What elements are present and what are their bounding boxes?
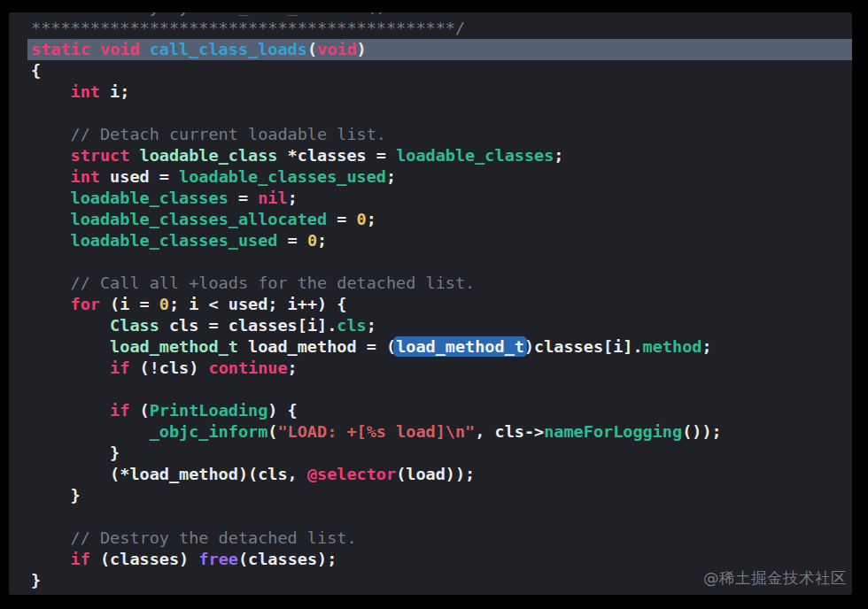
code-token: cls [337, 316, 366, 335]
code-token: free [198, 550, 238, 568]
code-token: (*load_method)(cls, [31, 465, 307, 483]
code-token: nameForLogging [544, 422, 682, 441]
code-token: 0 [357, 210, 367, 228]
code-token: if [110, 358, 129, 377]
code-token: (i = [100, 295, 159, 313]
code-token: ; [386, 167, 396, 186]
code-token: load_method = ( [238, 337, 396, 356]
code-token: used = [100, 167, 179, 186]
code-token [31, 550, 71, 568]
code-token: @selector [307, 465, 396, 483]
code-line: if (classes) free(classes); [31, 549, 852, 570]
code-token: } [31, 443, 120, 462]
code-line: for (i = 0; i < used; i++) { [31, 294, 852, 315]
code-token: PrintLoading [150, 401, 268, 420]
code-line: loadable_classes_allocated = 0; [31, 209, 852, 230]
code-token: ) [357, 40, 367, 58]
code-token: ; i < used; i++) { [169, 295, 346, 313]
code-token: } [31, 486, 81, 505]
code-token: int [71, 167, 100, 186]
code-token: ; [367, 210, 376, 228]
code-token: )classes[i]. [524, 337, 643, 356]
code-line: int i; [31, 81, 852, 103]
code-line: // Destroy the detached list. [31, 528, 852, 549]
code-token [31, 337, 110, 356]
code-line: loadable_classes = nil; [31, 188, 852, 209]
code-area: * Called only by call_load_methods().***… [9, 12, 852, 595]
occurrence-highlight: load_method_t [393, 336, 527, 357]
code-token: = [327, 210, 356, 228]
code-token: = [229, 189, 258, 207]
code-token: continue [209, 358, 288, 377]
code-token: if [110, 401, 129, 420]
code-token: ; [288, 358, 298, 377]
code-token: loadable_classes [71, 189, 229, 207]
code-token: ; [288, 189, 298, 207]
code-token: loadable_classes_used [71, 231, 278, 250]
code-token: ) { [267, 401, 297, 420]
code-token [31, 210, 71, 228]
code-line [31, 251, 852, 273]
code-token: { [31, 61, 41, 80]
code-editor-panel[interactable]: * Called only by call_load_methods().***… [9, 12, 852, 595]
code-token: loadable_classes [396, 146, 554, 165]
code-line [31, 103, 852, 124]
code-token: ( [307, 40, 317, 58]
code-token: (classes); [238, 550, 337, 568]
code-line: ****************************************… [31, 18, 852, 39]
code-line: // Call all +loads for the detached list… [31, 273, 852, 294]
code-token: = [277, 231, 306, 250]
code-token: ; [554, 146, 563, 165]
code-token: ; [701, 337, 711, 356]
code-line-highlighted: static void call_class_loads(void) [27, 39, 852, 60]
code-line: Class cls = classes[i].cls; [31, 315, 852, 336]
code-token: loadable_classes_used [179, 167, 386, 186]
code-line: if (!cls) continue; [31, 358, 852, 379]
code-token: , cls-> [475, 422, 544, 441]
code-token: (load)); [396, 465, 475, 483]
code-token: cls = classes[i]. [159, 316, 337, 335]
screenshot-root: * Called only by call_load_methods().***… [0, 0, 868, 609]
code-token: 0 [307, 231, 317, 250]
code-token: // Destroy the detached list. [31, 528, 357, 547]
code-token: for [71, 295, 100, 313]
code-token: ; [367, 316, 376, 335]
code-token: call_class_loads [150, 40, 307, 58]
code-token [129, 146, 139, 165]
code-line: } [31, 485, 852, 506]
code-token [31, 146, 71, 165]
code-token: ; [317, 231, 327, 250]
code-token [31, 167, 71, 186]
code-token: load_method_t [110, 337, 238, 356]
code-token: ****************************************… [31, 19, 465, 37]
code-token: i; [100, 82, 129, 101]
code-token: // Call all +loads for the detached list… [31, 274, 475, 292]
code-line: if (PrintLoading) { [31, 400, 852, 421]
code-line [31, 506, 852, 528]
code-line: load_method_t load_method = (load_method… [31, 336, 852, 358]
code-token [31, 422, 150, 441]
code-token [31, 189, 71, 207]
code-token [31, 316, 110, 335]
code-token: struct [71, 146, 130, 165]
code-token: *classes = [277, 146, 396, 165]
code-token [31, 358, 110, 377]
code-token: 0 [159, 295, 169, 313]
code-token: if [71, 550, 90, 568]
code-token: (!cls) [129, 358, 208, 377]
code-line: int used = loadable_classes_used; [31, 166, 852, 188]
code-token: // Detach current loadable list. [31, 125, 386, 143]
code-token: method [643, 337, 702, 356]
code-token: Class [110, 316, 159, 335]
code-token: ( [267, 422, 277, 441]
code-line: _objc_inform("LOAD: +[%s load]\n", cls->… [31, 421, 852, 443]
code-token: static void [31, 40, 150, 58]
code-token: * Called only by call_load_methods(). [31, 12, 396, 16]
code-token: void [317, 40, 357, 58]
code-token [31, 82, 71, 101]
code-token: loadable_classes_allocated [71, 210, 328, 228]
code-line: } [31, 443, 852, 464]
code-token: } [31, 571, 41, 590]
code-token [31, 401, 110, 420]
code-token: (classes) [90, 550, 199, 568]
